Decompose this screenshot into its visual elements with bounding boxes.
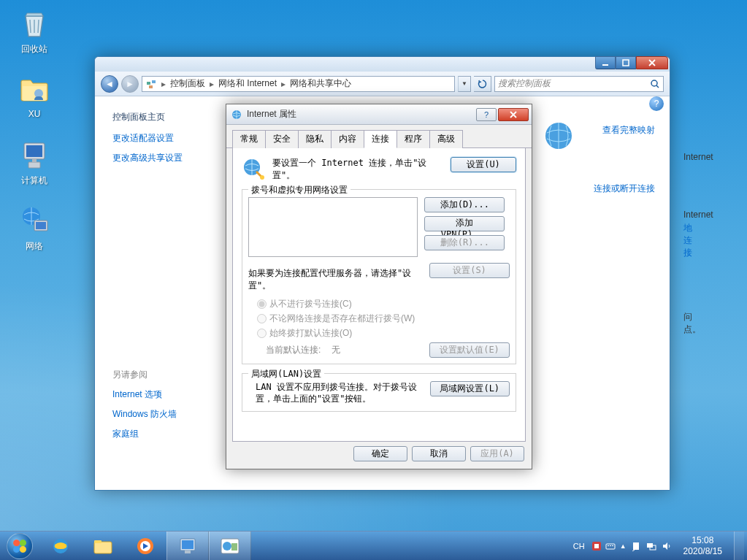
minimize-button[interactable]: [595, 56, 616, 69]
internet-properties-dialog: Internet 属性 ? 常规 安全 隐私 内容 连接 程序 高级 要设置一个…: [226, 104, 532, 469]
dialog-footer: 确定 取消 应用(A): [226, 446, 532, 469]
tray-ime-icon[interactable]: [592, 542, 601, 551]
svg-rect-10: [147, 82, 150, 85]
add-vpn-button[interactable]: 添加 VPN(P)...: [424, 216, 505, 231]
svg-rect-20: [94, 540, 101, 543]
desktop-icon-folder-xu[interactable]: XU: [9, 72, 60, 119]
taskbar-app-inetoptions[interactable]: [209, 532, 251, 560]
svg-rect-12: [149, 85, 153, 88]
svg-rect-31: [606, 544, 615, 549]
dialog-titlebar[interactable]: Internet 属性 ?: [226, 104, 532, 125]
tab-security[interactable]: 安全: [265, 130, 299, 148]
full-map-link[interactable]: 查看完整映射: [602, 124, 655, 137]
ok-button[interactable]: 确定: [353, 446, 407, 461]
search-placeholder: 搜索控制面板: [498, 77, 551, 90]
sidebar-title: 控制面板主页: [112, 111, 231, 123]
hint-tail: 问点。: [683, 311, 701, 336]
sidebar-link-adapters[interactable]: 更改适配器设置: [112, 132, 231, 145]
tray-keyboard-icon[interactable]: [605, 541, 616, 551]
folder-icon: [17, 72, 52, 107]
breadcrumb-l2[interactable]: 网络和 Internet: [215, 77, 280, 91]
sidebar-link-firewall[interactable]: Windows 防火墙: [112, 408, 231, 421]
recycle-bin-icon: [17, 6, 52, 41]
tab-privacy[interactable]: 隐私: [298, 130, 332, 148]
search-box[interactable]: 搜索控制面板: [494, 76, 664, 92]
taskbar-app-explorer[interactable]: [82, 532, 124, 560]
breadcrumb-icon[interactable]: [142, 77, 160, 91]
address-dropdown[interactable]: ▼: [458, 76, 471, 92]
maximize-button[interactable]: [616, 56, 636, 69]
radio-never-dial: 从不进行拨号连接(C): [257, 298, 510, 310]
dialog-close-button[interactable]: [498, 108, 529, 121]
close-button[interactable]: [636, 56, 668, 69]
tab-general[interactable]: 常规: [232, 130, 266, 148]
connection-wizard-icon: [242, 157, 265, 180]
internet-label: Internet: [683, 152, 713, 162]
setup-button[interactable]: 设置(U): [451, 157, 516, 172]
dialup-vpn-title: 拨号和虚拟专用网络设置: [248, 184, 350, 196]
proxy-text: 如果要为连接配置代理服务器，请选择"设置"。: [248, 267, 429, 292]
tray-volume-icon[interactable]: [662, 541, 672, 551]
dialup-list[interactable]: [248, 197, 418, 257]
svg-rect-24: [182, 540, 194, 549]
tab-content[interactable]: 内容: [331, 130, 364, 148]
svg-rect-33: [610, 545, 611, 546]
dialog-tabs: 常规 安全 隐私 内容 连接 程序 高级: [226, 125, 532, 148]
internet-globe-icon: [541, 118, 576, 153]
svg-rect-2: [26, 145, 42, 157]
tab-advanced[interactable]: 高级: [429, 130, 463, 148]
tray-network-icon[interactable]: [646, 541, 657, 551]
clock-time: 15:08: [683, 535, 722, 545]
lan-group: 局域网(LAN)设置 LAN 设置不应用到拨号连接。对于拨号设置，单击上面的"设…: [242, 373, 516, 413]
nav-forward-button[interactable]: ►: [121, 75, 139, 93]
desktop-icon-network[interactable]: 网络: [9, 203, 60, 253]
desktop-icon-computer[interactable]: 计算机: [9, 137, 60, 187]
radio-always-dial: 不论网络连接是否存在都进行拨号(W): [257, 312, 510, 325]
svg-point-17: [260, 175, 264, 180]
sidebar-link-sharing[interactable]: 更改高级共享设置: [112, 152, 231, 164]
help-icon[interactable]: ?: [649, 96, 664, 111]
desktop-icon-recycle-bin[interactable]: 回收站: [9, 6, 60, 55]
tray-action-center-icon[interactable]: [631, 541, 641, 551]
dial-radios: 从不进行拨号连接(C) 不论网络连接是否存在都进行拨号(W) 始终拨打默认连接(…: [257, 298, 510, 340]
svg-rect-9: [623, 60, 629, 66]
taskbar-app-controlpanel[interactable]: [166, 532, 209, 560]
lan-settings-button[interactable]: 局域网设置(L): [430, 381, 510, 396]
breadcrumb-root[interactable]: 控制面板: [167, 77, 208, 91]
svg-rect-25: [185, 551, 191, 553]
search-icon: [650, 79, 660, 89]
settings-button: 设置(S): [429, 263, 510, 278]
taskbar-app-ie[interactable]: [39, 532, 82, 560]
cancel-button[interactable]: 取消: [412, 446, 466, 461]
nav-back-button[interactable]: ◄: [101, 75, 118, 93]
lan-title: 局域网(LAN)设置: [248, 368, 324, 380]
sidebar-link-inetopt[interactable]: Internet 选项: [112, 388, 231, 401]
address-refresh[interactable]: [474, 76, 491, 92]
remove-button: 删除(R)...: [424, 235, 505, 250]
svg-point-13: [651, 80, 657, 86]
connect-disconnect-link[interactable]: 连接或断开连接: [594, 183, 655, 195]
clock[interactable]: 15:08 2020/8/15: [676, 535, 729, 556]
see-also-title: 另请参阅: [112, 369, 231, 381]
local-connection-link[interactable]: 地连接: [683, 222, 692, 259]
taskbar-app-mediaplayer[interactable]: [124, 532, 166, 560]
tab-programs[interactable]: 程序: [397, 130, 430, 148]
tab-connections[interactable]: 连接: [364, 130, 397, 148]
set-default-button: 设置默认值(E): [429, 342, 510, 358]
add-button[interactable]: 添加(D)...: [424, 197, 505, 212]
svg-rect-3: [28, 162, 40, 168]
start-button[interactable]: [0, 532, 39, 561]
language-indicator[interactable]: CH: [570, 542, 588, 551]
dialog-help-button[interactable]: ?: [476, 108, 497, 121]
apply-button: 应用(A): [470, 446, 524, 461]
breadcrumb-l3[interactable]: 网络和共享中心: [287, 77, 354, 91]
explorer-sidebar: 控制面板主页 更改适配器设置 更改高级共享设置 另请参阅 Internet 选项…: [95, 96, 238, 490]
sidebar-link-homegroup[interactable]: 家庭组: [112, 428, 231, 440]
internet-options-icon: [231, 109, 242, 120]
address-bar[interactable]: ▸ 控制面板 ▸ 网络和 Internet ▸ 网络和共享中心: [142, 76, 455, 92]
dialup-vpn-group: 拨号和虚拟专用网络设置 添加(D)... 添加 VPN(P)... 删除(R).…: [242, 189, 516, 364]
explorer-titlebar[interactable]: [95, 57, 670, 72]
show-desktop-button[interactable]: [734, 532, 744, 561]
tray-expand-icon[interactable]: ▲: [620, 542, 627, 550]
svg-rect-19: [94, 542, 112, 553]
